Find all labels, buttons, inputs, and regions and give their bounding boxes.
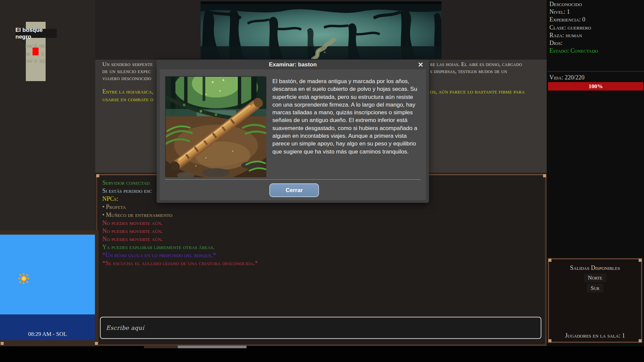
- modal-title: Examinar: baston: [157, 60, 429, 69]
- chat-message: *Un búho ulula en lo profundo del bosque…: [102, 251, 498, 259]
- health-label: Vida: 220/220: [549, 74, 585, 81]
- room-line-1-tail: re las hojas. El aire es denso, cargado: [430, 61, 522, 68]
- frame-corner: [95, 342, 98, 345]
- players-count: Jugadores en la sala: 1: [549, 332, 641, 339]
- compass-cell-nw[interactable]: NW: [25, 44, 33, 49]
- exits-panel: Salidas Disponibles Norte Sur Jugadores …: [548, 258, 642, 343]
- time-strip: 08:29 AM - SOL: [0, 314, 95, 340]
- frame-corner: [639, 259, 642, 262]
- exit-button-sur[interactable]: Sur: [587, 284, 603, 293]
- room-line-1: Un sendero serpente: [102, 61, 153, 68]
- sky-panel: [0, 235, 95, 314]
- chat-message: No puedes moverte aún.: [102, 219, 498, 227]
- item-image: [165, 76, 266, 177]
- stat-class: Clase: guerrero: [549, 24, 598, 32]
- area-name-label: El bosque negro: [15, 29, 57, 38]
- stat-god: Dios:: [549, 39, 598, 47]
- room-line-2-tail: s dispersas, testigos mudos de un: [430, 68, 507, 75]
- compass-cell-s[interactable]: S: [34, 59, 37, 64]
- frame-corner: [1, 342, 4, 345]
- compass-cell-w[interactable]: W: [26, 52, 30, 57]
- stat-race: Raza: human: [549, 32, 598, 39]
- exits-title: Salidas Disponibles: [549, 264, 641, 272]
- frame-corner: [639, 339, 642, 342]
- game-screen: NW N NE W E SW S SE El bosque negro: [0, 0, 644, 362]
- stats-sidebar: Desconocido Nivel: 1 Experiencia: 0 Clas…: [547, 0, 644, 346]
- item-highlight-line-2: usarse en combate o: [102, 96, 153, 103]
- room-line-2: de un silencio expec: [102, 68, 151, 75]
- forest-scene-image: [201, 1, 441, 59]
- time-label: 08:29 AM - SOL: [28, 331, 67, 338]
- modal-divider: [165, 179, 421, 180]
- frame-debris: [144, 346, 178, 348]
- item-description: El bastón, de madera antigua y marcada p…: [272, 77, 421, 156]
- chat-message: No puedes moverte aún.: [102, 227, 498, 235]
- compass-cell-se[interactable]: SE: [39, 59, 45, 64]
- sun-icon: [19, 274, 29, 283]
- map-region: NW N NE W E SW S SE El bosque negro: [0, 0, 95, 231]
- bottom-bar: [0, 346, 644, 362]
- command-input[interactable]: [100, 317, 541, 339]
- compass-cell-ne[interactable]: NE: [39, 44, 45, 49]
- frame-corner: [543, 174, 546, 177]
- player-name: Desconocido: [549, 0, 598, 8]
- chat-message: • Muñeco de entrenamiento: [102, 211, 498, 219]
- compass-cell-e[interactable]: E: [42, 52, 45, 57]
- frame-corner: [548, 339, 551, 342]
- chat-message: No puedes moverte aún.: [102, 235, 498, 243]
- weather-widget: 08:29 AM - SOL: [0, 230, 99, 346]
- chat-message: *Se escucha el aullido lejano de una cri…: [102, 259, 498, 267]
- cerrar-button[interactable]: Cerrar: [269, 183, 319, 197]
- stat-experience: Experiencia: 0: [549, 16, 598, 23]
- room-line-3: viajero desconocido: [102, 75, 151, 82]
- player-position-marker: [33, 48, 39, 55]
- status-badge: Estado: Conectado: [549, 47, 598, 55]
- frame-corner: [548, 259, 551, 262]
- sidebar-divider: [547, 71, 644, 72]
- compass-cell-sw[interactable]: SW: [25, 59, 33, 64]
- modal-body: El bastón, de madera antigua y marcada p…: [160, 69, 426, 200]
- examine-modal: Examinar: baston ✕: [157, 60, 429, 203]
- chat-message: • Profeta: [102, 203, 498, 211]
- exit-button-norte[interactable]: Norte: [584, 274, 606, 282]
- close-icon[interactable]: ✕: [416, 60, 425, 69]
- frame-debris: [178, 346, 247, 348]
- health-bar: 100%: [548, 82, 643, 90]
- stat-level: Nivel: 1: [549, 8, 598, 16]
- item-highlight-line-1: Entre la hojarasca,: [102, 88, 153, 95]
- item-highlight-line-1-tail: os, aún parece lo bastante firme para: [430, 88, 525, 95]
- chat-message: Ya puedes explorar libremente otras área…: [102, 243, 498, 251]
- frame-corner: [96, 174, 99, 177]
